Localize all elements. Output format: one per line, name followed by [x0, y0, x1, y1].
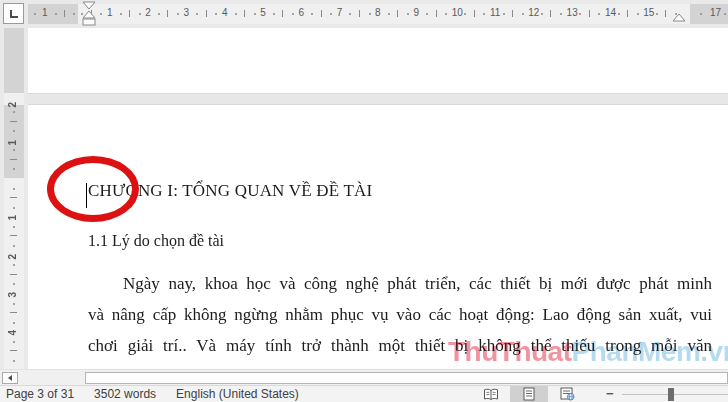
ruler-tick [10, 197, 17, 198]
read-mode-icon [483, 388, 499, 401]
print-layout-icon [523, 387, 535, 401]
ruler-tick [724, 13, 726, 15]
ruler-tick [244, 10, 245, 17]
page-break-gap [28, 93, 728, 105]
left-indent-icon[interactable] [83, 19, 95, 25]
view-shortcuts [472, 386, 586, 402]
ruler-tick [13, 341, 15, 343]
ruler-tick [700, 13, 702, 15]
document-area[interactable]: CHƯƠNG I: TỔNG QUAN VỀ ĐỀ TÀI 1.1 Lý do … [28, 28, 728, 385]
web-layout-icon [560, 387, 575, 401]
paragraph-line: Ngày nay, khoa học và công nghệ phát tri… [88, 268, 712, 299]
ruler-number: 8 [375, 7, 381, 18]
print-layout-button[interactable] [510, 386, 548, 402]
vertical-ruler[interactable]: 211234 [0, 28, 28, 369]
zoom-controls: − [604, 386, 728, 402]
tab-selector-button[interactable] [3, 3, 24, 24]
watermark-text-blue: PhanMem.vn [572, 336, 728, 367]
ruler-tick [369, 13, 371, 15]
ruler-tick [665, 10, 666, 17]
language-indicator[interactable]: English (United States) [166, 387, 309, 401]
ruler-tick [206, 10, 207, 17]
horizontal-scrollbar[interactable] [0, 369, 728, 385]
ruler-number: 1 [42, 7, 48, 18]
right-indent-marker[interactable] [672, 13, 686, 22]
ruler-number: 2 [145, 7, 151, 18]
ruler-tick [273, 13, 275, 15]
ruler-tick [13, 303, 15, 305]
ruler-tick [10, 235, 17, 236]
ruler-number: 9 [413, 7, 419, 18]
zoom-out-button[interactable]: − [606, 386, 614, 402]
left-arrow-icon [8, 375, 12, 381]
ruler-number: 6 [299, 7, 305, 18]
ruler-number: 14 [605, 7, 616, 18]
ruler-tick [618, 13, 620, 15]
ruler-tick [560, 13, 562, 15]
ruler-tick [13, 360, 15, 362]
page[interactable]: CHƯƠNG I: TỔNG QUAN VỀ ĐỀ TÀI 1.1 Lý do … [28, 105, 728, 385]
zoom-slider-track[interactable] [622, 394, 728, 395]
ruler-tick [292, 13, 294, 15]
ruler-number: 4 [222, 7, 228, 18]
web-layout-button[interactable] [548, 386, 586, 402]
ruler-tick [13, 188, 15, 190]
left-tab-icon [10, 10, 18, 18]
ruler-tick [13, 245, 15, 247]
right-indent-icon[interactable] [673, 14, 685, 21]
watermark: ThuThuatPhanMem.vn [448, 336, 728, 368]
first-line-indent-icon[interactable] [83, 2, 95, 9]
ruler-number: 11 [490, 7, 500, 18]
ruler-tick [541, 13, 543, 15]
ruler-tick [55, 13, 57, 15]
ruler-number: 17 [710, 7, 721, 18]
scrollbar-thumb[interactable] [85, 372, 728, 384]
ruler-tick [10, 121, 17, 122]
previous-page-bottom-margin-band [4, 28, 24, 93]
word-document-window: 123456789101112131415117 211234 CHƯƠNG I… [0, 0, 728, 402]
hanging-indent-icon[interactable] [83, 11, 95, 18]
ruler-tick [10, 274, 17, 275]
word-count[interactable]: 3502 words [84, 387, 166, 401]
ruler-tick [627, 10, 628, 17]
ruler-tick [129, 10, 130, 17]
ruler-tick [397, 10, 398, 17]
ruler-tick [10, 350, 17, 351]
paragraph-line: và nâng cấp không ngừng nhằm phục vụ vào… [88, 299, 712, 330]
watermark-text-pink: ThuThuat [448, 336, 572, 367]
zoom-slider-thumb[interactable] [668, 388, 674, 401]
ruler-number: 1 [7, 136, 18, 146]
ruler-tick [167, 10, 168, 17]
ruler-tick [34, 13, 36, 15]
right-margin-band [690, 4, 728, 24]
ruler-tick [407, 13, 409, 15]
ruler-number: 3 [184, 7, 190, 18]
red-circle-annotation [47, 156, 139, 222]
ruler-tick [10, 312, 17, 313]
horizontal-ruler[interactable]: 123456789101112131415117 [0, 0, 728, 28]
ruler-tick [254, 13, 256, 15]
ruler-number: 2 [7, 98, 18, 108]
ruler-tick [282, 10, 283, 17]
ruler-tick [550, 10, 551, 17]
ruler-tick [503, 13, 505, 15]
section-heading[interactable]: 1.1 Lý do chọn đề tài [88, 232, 224, 250]
ruler-number: 7 [337, 7, 343, 18]
ruler-tick [436, 10, 437, 17]
ruler-tick [359, 10, 360, 17]
ruler-tick [120, 13, 122, 15]
status-bar: Page 3 of 31 3502 words English (United … [0, 385, 728, 402]
ruler-tick [388, 13, 390, 15]
ruler-tick [13, 207, 15, 209]
page-indicator[interactable]: Page 3 of 31 [0, 387, 84, 401]
ruler-number: 1 [107, 7, 113, 18]
ruler-number: 5 [260, 7, 266, 18]
ruler-number: 13 [567, 7, 578, 18]
ruler-tick [512, 10, 513, 17]
ruler-tick [522, 13, 524, 15]
read-mode-button[interactable] [472, 386, 510, 402]
ruler-tick [177, 13, 179, 15]
ruler-tick [474, 10, 475, 17]
scroll-left-button[interactable] [2, 372, 18, 384]
indent-markers[interactable] [82, 1, 96, 27]
